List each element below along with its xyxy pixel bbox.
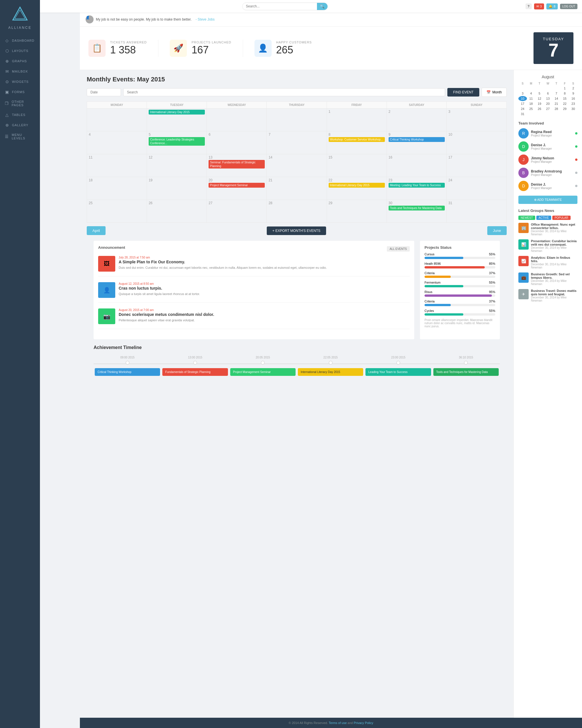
calendar-event[interactable]: Conference: Leadership Strategies Confer… [149,137,205,146]
sidebar-item-graphs[interactable]: ⊕ GRAPHS [0,56,40,66]
calendar-cell[interactable] [87,108,147,131]
calendar-cell[interactable]: 1 [327,108,387,131]
calendar-cell[interactable]: 2 [387,108,446,131]
calendar-cell[interactable]: International Literacy Day 2015 [147,108,207,131]
timeline-card[interactable]: Leading Your Team to Success [365,368,431,376]
mail-button[interactable]: ✉ 3 [534,3,544,9]
mini-cal-cell[interactable]: 16 [569,96,577,101]
filter-active[interactable]: ACTIVE [536,216,551,220]
group-title[interactable]: Business Travel: Donec mattis quis lorem… [531,289,577,296]
calendar-cell[interactable]: 4 [87,131,147,154]
calendar-cell[interactable]: 20Project Management Seminar [207,177,267,200]
mini-cal-cell[interactable]: 17 [518,101,527,106]
calendar-cell[interactable]: 30Tools and Techniques for Mastering Dat… [387,200,446,223]
calendar-cell[interactable]: 27 [207,200,267,223]
calendar-cell[interactable] [267,108,327,131]
mini-cal-cell[interactable]: 26 [535,106,544,111]
export-button[interactable]: + EXPORT MONTH'S EVENTS [267,227,326,235]
calendar-cell[interactable]: 11 [87,154,147,177]
sidebar-item-dashboard[interactable]: ◇ DASHBOARD [0,35,40,46]
mini-cal-cell[interactable]: 7 [552,91,561,96]
calendar-cell[interactable]: 23Meeting: Leading Your Team to Success [387,177,446,200]
mini-cal-cell[interactable]: 25 [527,106,535,111]
calendar-cell[interactable]: 6 [207,131,267,154]
mini-cal-cell[interactable]: 30 [569,106,577,111]
timeline-card[interactable]: Tools and Techniques for Mastering Data [433,368,499,376]
search-input[interactable] [243,3,317,9]
mini-cal-cell[interactable]: 1 [561,86,569,91]
timeline-card[interactable]: Critical Thinking Workshop [95,368,160,376]
calendar-event[interactable]: Workshop: Customer Service Workshop... [329,137,385,142]
timeline-card[interactable]: International Literacy Day 2015 [298,368,363,376]
terms-link[interactable]: Terms of use [329,721,347,725]
group-title[interactable]: Office Managment: Nunc eget consectetur … [531,223,577,230]
mini-cal-cell[interactable]: 14 [552,96,561,101]
timeline-card[interactable]: Fundamentals of Strategic Planning [162,368,228,376]
prev-month-button[interactable]: April [87,226,106,235]
calendar-cell[interactable]: 29 [327,200,387,223]
filter-newest[interactable]: NEWEST [518,216,535,220]
privacy-link[interactable]: Privacy Policy [354,721,373,725]
find-event-button[interactable]: FIND EVENT [447,88,479,97]
calendar-cell[interactable]: 12 [147,154,207,177]
mini-cal-cell[interactable]: 10 [518,96,527,101]
mini-cal-cell[interactable]: 3 [518,91,527,96]
mini-cal-cell[interactable]: 11 [527,96,535,101]
calendar-event[interactable]: Tools and Techniques for Mastering Data [389,206,445,210]
group-title[interactable]: Analytics: Etiam in finibus felis. [531,256,577,263]
calendar-cell[interactable]: 3 [446,108,506,131]
mini-cal-cell[interactable]: 21 [552,101,561,106]
filter-popular[interactable]: POPULAR [552,216,571,220]
sidebar-item-menu-levels[interactable]: ☰ MENU LEVELS [0,130,40,143]
calendar-cell[interactable]: 21 [267,177,327,200]
mini-cal-cell[interactable]: 19 [535,101,544,106]
calendar-event[interactable]: Critical Thinking Workshop [389,137,445,142]
sidebar-item-layouts[interactable]: ⬡ LAYOUTS [0,46,40,56]
calendar-cell[interactable]: 13Seminar: Fundamentals of Strategic Pla… [207,154,267,177]
mini-cal-cell[interactable]: 23 [569,101,577,106]
month-view-button[interactable]: 📅 Month [481,88,507,97]
mini-cal-cell[interactable]: 6 [544,91,552,96]
mini-cal-cell[interactable]: 29 [561,106,569,111]
mini-cal-cell[interactable]: 13 [544,96,552,101]
logout-button[interactable]: LOG OUT [560,4,577,9]
sidebar-item-forms[interactable]: ▣ FORMS [0,87,40,97]
mini-cal-cell[interactable]: 24 [518,106,527,111]
mini-cal-cell[interactable]: 2 [569,86,577,91]
calendar-cell[interactable]: 10 [446,131,506,154]
date-input[interactable] [87,88,121,96]
help-button[interactable]: ? [526,3,532,9]
mini-cal-cell[interactable]: 8 [561,91,569,96]
calendar-cell[interactable]: 31 [446,200,506,223]
calendar-search-input[interactable] [123,88,445,96]
calendar-cell[interactable]: 25 [87,200,147,223]
calendar-cell[interactable] [207,108,267,131]
calendar-cell[interactable]: 18 [87,177,147,200]
calendar-cell[interactable]: 26 [147,200,207,223]
calendar-event[interactable]: Meeting: Leading Your Team to Success [389,183,445,188]
mini-cal-cell[interactable]: 22 [561,101,569,106]
mini-cal-cell[interactable]: 9 [569,91,577,96]
calendar-cell[interactable]: 15 [327,154,387,177]
sidebar-item-tables[interactable]: △ TABLES [0,110,40,120]
calendar-cell[interactable]: 9Critical Thinking Workshop [387,131,446,154]
mini-cal-cell[interactable]: 5 [535,91,544,96]
mini-cal-cell[interactable]: 28 [552,106,561,111]
calendar-event[interactable]: Seminar: Fundamentals of Strategic Plann… [209,160,265,168]
sidebar-item-other-pages[interactable]: ❒ OTHER PAGES [0,97,40,110]
calendar-event[interactable]: International Literacy Day 2015 [329,183,385,188]
calendar-event[interactable]: International Literacy Day 2015 [149,110,205,114]
calendar-cell[interactable]: 22International Literacy Day 2015 [327,177,387,200]
search-button[interactable]: 🔍 [317,3,328,10]
calendar-event[interactable]: Project Management Seminar [209,183,265,188]
calendar-cell[interactable]: 28 [267,200,327,223]
mini-cal-cell[interactable]: 20 [544,101,552,106]
group-title[interactable]: Business Growth: Sed vel tempus libero. [531,272,577,279]
timeline-card[interactable]: Project Management Seminar [230,368,296,376]
mini-cal-cell[interactable]: 15 [561,96,569,101]
all-events-button[interactable]: ALL EVENTS [387,246,410,252]
calendar-cell[interactable]: 5Conference: Leadership Strategies Confe… [147,131,207,154]
calendar-cell[interactable]: 19 [147,177,207,200]
mini-cal-cell[interactable]: 12 [535,96,544,101]
sidebar-item-gallery[interactable]: ⊛ GALLERY [0,120,40,130]
